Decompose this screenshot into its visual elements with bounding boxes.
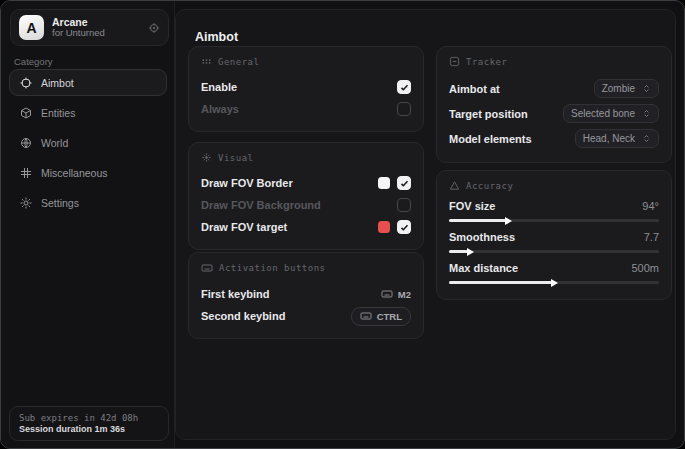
- globe-icon: [20, 137, 32, 149]
- enable-checkbox[interactable]: [397, 80, 411, 94]
- slider-fill: [449, 250, 468, 253]
- brand-text: Arcane for Unturned: [52, 16, 140, 39]
- page-title: Aimbot: [195, 30, 238, 44]
- slider-thumb[interactable]: [551, 279, 558, 287]
- unfold-icon: [642, 133, 651, 144]
- sidebar-item-label: Aimbot: [41, 77, 74, 89]
- setting-label: Always: [201, 103, 239, 115]
- card-title: General: [218, 57, 259, 67]
- grip-dots-icon: [201, 56, 212, 67]
- setting-label: First keybind: [201, 288, 269, 300]
- activation-card: Activation buttons First keybind M2 Seco…: [188, 252, 424, 339]
- slider-fill: [449, 281, 552, 284]
- visual-card-header: Visual: [201, 152, 411, 163]
- sidebar-item-label: World: [41, 137, 68, 149]
- model-elements-select[interactable]: Head, Neck: [575, 129, 659, 148]
- card-title: Activation buttons: [219, 263, 326, 273]
- setting-label: Model elements: [449, 133, 532, 145]
- keyboard-icon: [381, 288, 393, 300]
- smoothness-slider[interactable]: [449, 250, 659, 253]
- select-value: Zombie: [602, 83, 635, 94]
- target-icon[interactable]: [148, 22, 160, 34]
- visual-card: Visual Draw FOV Border Draw FOV Backgrou…: [188, 142, 424, 250]
- select-value: Selected bone: [571, 108, 635, 119]
- fov-target-checkbox[interactable]: [397, 220, 411, 234]
- tracker-card-header: Tracker: [449, 56, 659, 67]
- accuracy-card-header: Accuracy: [449, 180, 659, 191]
- select-value: Head, Neck: [583, 133, 635, 144]
- category-label: Category: [14, 56, 53, 67]
- app-window: A Arcane for Unturned Category Aimbot: [0, 0, 685, 449]
- setting-row-max-distance: Max distance 500m: [449, 262, 659, 284]
- card-title: Accuracy: [466, 181, 513, 191]
- unfold-icon: [642, 108, 651, 119]
- keybind-value: M2: [398, 289, 411, 300]
- setting-label: Draw FOV target: [201, 221, 287, 233]
- setting-label: Second keybind: [201, 310, 285, 322]
- max-distance-value: 500m: [631, 262, 659, 274]
- slider-thumb[interactable]: [505, 217, 512, 225]
- color-swatch-white[interactable]: [378, 177, 390, 189]
- sidebar-nav: Aimbot Entities World Miscellaneous: [9, 69, 167, 216]
- sidebar-item-label: Settings: [41, 197, 79, 209]
- sidebar-item-label: Entities: [41, 107, 75, 119]
- target-position-select[interactable]: Selected bone: [563, 104, 659, 123]
- crosshair-icon: [20, 77, 32, 89]
- setting-label: Enable: [201, 81, 237, 93]
- sidebar: A Arcane for Unturned Category Aimbot: [1, 1, 175, 448]
- subscription-card: Sub expires in 42d 08h Session duration …: [9, 406, 169, 441]
- second-keybind-button[interactable]: CTRL: [351, 307, 411, 326]
- fov-background-checkbox[interactable]: [397, 198, 411, 212]
- grid-icon: [20, 167, 32, 179]
- setting-row-model-elements: Model elements Head, Neck: [449, 126, 659, 151]
- triangle-icon: [449, 180, 460, 191]
- tracker-card: Tracker Aimbot at Zombie Target position…: [436, 46, 672, 163]
- setting-row-first-keybind: First keybind M2: [201, 283, 411, 305]
- gear-icon: [20, 197, 32, 209]
- fov-size-slider[interactable]: [449, 219, 659, 222]
- setting-label: Target position: [449, 108, 528, 120]
- general-card-header: General: [201, 56, 411, 67]
- sparkle-icon: [201, 152, 212, 163]
- setting-row-second-keybind: Second keybind CTRL: [201, 305, 411, 327]
- max-distance-slider[interactable]: [449, 281, 659, 284]
- slider-thumb[interactable]: [467, 248, 474, 256]
- setting-row-fov-size: FOV size 94°: [449, 200, 659, 222]
- setting-label: Draw FOV Background: [201, 199, 321, 211]
- sidebar-item-world[interactable]: World: [9, 129, 167, 156]
- sidebar-item-label: Miscellaneous: [41, 167, 108, 179]
- sidebar-item-settings[interactable]: Settings: [9, 189, 167, 216]
- unfold-icon: [642, 83, 651, 94]
- setting-label: Draw FOV Border: [201, 177, 293, 189]
- always-checkbox[interactable]: [397, 102, 411, 116]
- scan-box-icon: [449, 56, 460, 67]
- main-panel: Aimbot General Enable Always: [175, 9, 676, 440]
- card-title: Tracker: [466, 57, 507, 67]
- session-duration-text: Session duration 1m 36s: [19, 424, 159, 434]
- first-keybind-button[interactable]: M2: [381, 288, 411, 300]
- setting-label: Aimbot at: [449, 83, 500, 95]
- setting-row-fov-background: Draw FOV Background: [201, 194, 411, 216]
- keybind-value: CTRL: [377, 311, 402, 322]
- setting-row-smoothness: Smoothness 7.7: [449, 231, 659, 253]
- keyboard-icon: [201, 262, 213, 274]
- setting-label: Max distance: [449, 262, 518, 274]
- sidebar-item-miscellaneous[interactable]: Miscellaneous: [9, 159, 167, 186]
- keyboard-icon: [360, 310, 372, 322]
- setting-label: Smoothness: [449, 231, 515, 243]
- sidebar-item-aimbot[interactable]: Aimbot: [9, 69, 167, 96]
- app-logo: A: [19, 15, 44, 40]
- setting-row-fov-border: Draw FOV Border: [201, 172, 411, 194]
- slider-fill: [449, 219, 506, 222]
- aimbot-at-select[interactable]: Zombie: [594, 79, 659, 98]
- app-subtitle: for Unturned: [52, 28, 140, 39]
- fov-size-value: 94°: [642, 200, 659, 212]
- color-swatch-red[interactable]: [378, 221, 390, 233]
- setting-row-target-position: Target position Selected bone: [449, 101, 659, 126]
- activation-card-header: Activation buttons: [201, 262, 411, 274]
- cube-icon: [20, 107, 32, 119]
- sidebar-item-entities[interactable]: Entities: [9, 99, 167, 126]
- sub-expires-text: Sub expires in 42d 08h: [19, 413, 159, 423]
- setting-label: FOV size: [449, 200, 495, 212]
- fov-border-checkbox[interactable]: [397, 176, 411, 190]
